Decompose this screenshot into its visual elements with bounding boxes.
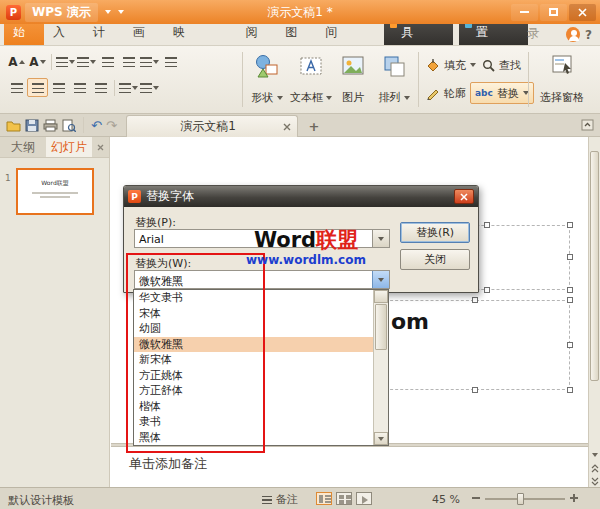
zoom-track[interactable] xyxy=(485,498,565,500)
distribute-button[interactable] xyxy=(90,78,111,97)
zoom-value[interactable]: 45 % xyxy=(432,493,460,506)
list-scroll-up-button[interactable] xyxy=(374,290,388,303)
close-icon xyxy=(460,193,468,201)
combobox-dropdown-button-open[interactable] xyxy=(372,271,389,288)
list-scroll-down-button[interactable] xyxy=(374,432,388,445)
resize-handle[interactable] xyxy=(484,287,490,293)
status-bar: 默认设计模板 备注 45 % xyxy=(0,487,600,509)
selection-pane-icon xyxy=(550,53,574,77)
document-tab[interactable]: 演示文稿1 xyxy=(126,115,298,137)
arrange-button[interactable]: 排列 xyxy=(373,50,415,108)
tab-slides-pane[interactable]: 幻灯片 xyxy=(46,137,92,157)
list-scrollbar[interactable] xyxy=(373,290,388,445)
justify-button[interactable] xyxy=(69,78,90,97)
resize-handle[interactable] xyxy=(567,222,573,228)
redo-icon[interactable]: ↷ xyxy=(106,119,117,132)
slide-sorter-view-button[interactable] xyxy=(336,492,352,505)
list-scrollbar-thumb[interactable] xyxy=(375,304,387,350)
decrease-font-size-button[interactable]: A xyxy=(27,52,48,71)
resize-handle[interactable] xyxy=(567,287,573,293)
zoom-out-icon[interactable] xyxy=(472,497,480,499)
separator xyxy=(528,52,529,107)
new-document-icon[interactable] xyxy=(6,119,21,132)
dialog-title-bar[interactable]: P 替换字体 xyxy=(124,186,478,207)
slideshow-view-button[interactable] xyxy=(356,492,372,505)
undo-icon[interactable]: ↶ xyxy=(91,119,102,132)
picture-button[interactable]: 图片 xyxy=(335,50,371,108)
notes-icon xyxy=(262,496,272,504)
resize-handle[interactable] xyxy=(472,387,478,393)
separator xyxy=(242,52,243,107)
dialog-close-button[interactable] xyxy=(454,189,474,204)
separator xyxy=(114,80,115,96)
resize-handle[interactable] xyxy=(484,222,490,228)
columns-button[interactable] xyxy=(139,78,160,97)
user-account-icon[interactable] xyxy=(566,27,580,42)
resize-handle[interactable] xyxy=(567,297,573,303)
dialog-close-action-button[interactable]: 关闭 xyxy=(400,249,470,270)
design-template-label[interactable]: 默认设计模板 xyxy=(8,493,74,508)
replace-confirm-button[interactable]: 替换(R) xyxy=(400,222,470,243)
minimize-button[interactable] xyxy=(511,4,538,21)
new-tab-button[interactable]: + xyxy=(306,118,322,134)
watermark-brand-en: Word xyxy=(254,228,316,252)
font-letter-icon: A xyxy=(8,56,17,68)
notes-toggle[interactable]: 备注 xyxy=(262,492,298,507)
align-left-button[interactable] xyxy=(6,78,27,97)
find-button[interactable]: 查找 xyxy=(478,54,525,76)
zoom-slider[interactable] xyxy=(472,492,578,506)
tab-outline-pane[interactable]: 大纲 xyxy=(0,137,46,157)
resize-handle[interactable] xyxy=(472,297,478,303)
ribbon-tab-bar: 开始 插入 设计 动画 幻灯片放映 审阅 视图 办公空间 绘图工具 效果设置 未… xyxy=(0,24,600,46)
text-direction-button[interactable] xyxy=(160,52,181,71)
notes-placeholder[interactable]: 单击添加备注 xyxy=(129,455,207,473)
print-preview-icon[interactable] xyxy=(62,119,76,132)
caret-down-icon xyxy=(378,278,384,282)
close-tab-icon[interactable] xyxy=(283,123,291,131)
scrollbar-thumb[interactable] xyxy=(590,151,599,381)
increase-indent-icon xyxy=(123,57,135,67)
quick-access-caret-icon[interactable] xyxy=(118,10,124,14)
resize-handle[interactable] xyxy=(567,254,573,260)
zoom-thumb[interactable] xyxy=(517,493,524,505)
selection-pane-button[interactable]: 选择窗格 xyxy=(533,50,591,108)
replace-label: 替换 xyxy=(497,86,519,101)
caret-up-icon xyxy=(19,60,25,64)
numbered-list-button[interactable] xyxy=(76,52,97,71)
align-center-button[interactable] xyxy=(27,78,48,97)
bullet-list-button[interactable] xyxy=(55,52,76,71)
watermark-url: www.wordlm.com xyxy=(228,253,384,267)
textbox-button[interactable]: 文本框 xyxy=(289,50,333,108)
restore-button[interactable] xyxy=(540,4,567,21)
shapes-button[interactable]: 形状 xyxy=(247,50,287,108)
app-menu-caret-icon[interactable] xyxy=(105,10,111,14)
slide-thumbnail[interactable]: Word联盟 xyxy=(16,168,94,215)
panel-toggle-icon[interactable] xyxy=(581,119,594,131)
align-top-button[interactable] xyxy=(118,78,139,97)
vertical-scrollbar[interactable] xyxy=(588,137,600,487)
caret-down-icon xyxy=(90,60,96,64)
print-icon[interactable] xyxy=(43,119,58,132)
close-pane-button[interactable] xyxy=(92,137,109,157)
resize-handle[interactable] xyxy=(567,387,573,393)
increase-indent-button[interactable] xyxy=(118,52,139,71)
bullet-list-icon xyxy=(56,57,68,67)
close-button[interactable] xyxy=(569,4,596,21)
title-bar: P WPS 演示 演示文稿1 * xyxy=(0,0,600,24)
line-spacing-button[interactable] xyxy=(139,52,160,71)
scroll-down-button[interactable] xyxy=(589,449,600,461)
help-icon[interactable]: ? xyxy=(585,28,600,45)
align-right-button[interactable] xyxy=(48,78,69,97)
previous-slide-button[interactable] xyxy=(589,462,600,474)
justify-icon xyxy=(74,83,86,93)
save-icon[interactable] xyxy=(25,119,39,132)
normal-view-button[interactable] xyxy=(316,492,332,505)
fill-button[interactable]: 填充 xyxy=(422,54,480,76)
increase-font-size-button[interactable]: A xyxy=(6,52,27,71)
font-letter-icon: A xyxy=(29,56,38,68)
replace-button[interactable]: abc 替换 xyxy=(470,82,534,104)
resize-handle[interactable] xyxy=(567,342,573,348)
decrease-indent-button[interactable] xyxy=(97,52,118,71)
scroll-up-button[interactable] xyxy=(589,137,600,149)
next-slide-button[interactable] xyxy=(589,475,600,487)
